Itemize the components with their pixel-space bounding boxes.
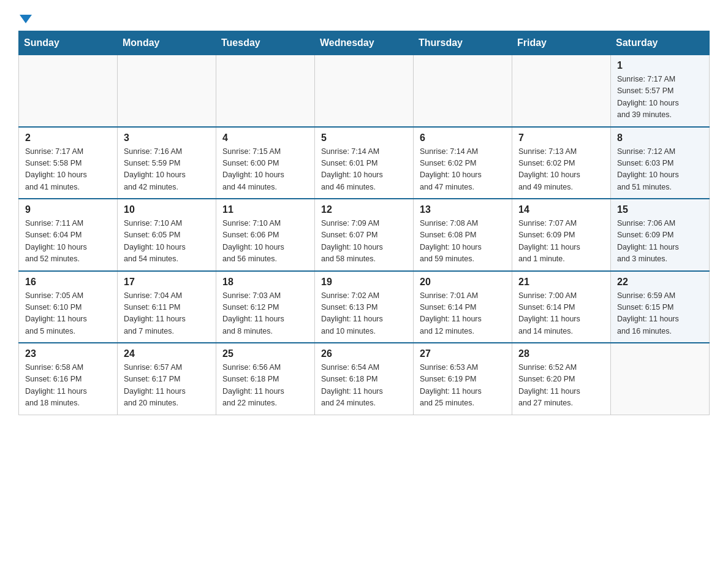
day-number: 3 xyxy=(124,132,210,144)
header xyxy=(18,12,710,23)
day-number: 20 xyxy=(420,277,506,288)
calendar-cell: 19Sunrise: 7:02 AM Sunset: 6:13 PM Dayli… xyxy=(315,271,414,343)
calendar-cell: 13Sunrise: 7:08 AM Sunset: 6:08 PM Dayli… xyxy=(414,199,512,271)
day-info: Sunrise: 6:53 AM Sunset: 6:19 PM Dayligh… xyxy=(420,362,506,410)
weekday-header-tuesday: Tuesday xyxy=(216,31,315,55)
day-number: 24 xyxy=(124,348,210,359)
day-info: Sunrise: 6:58 AM Sunset: 6:16 PM Dayligh… xyxy=(25,362,111,410)
calendar-cell xyxy=(512,55,611,127)
calendar-cell: 26Sunrise: 6:54 AM Sunset: 6:18 PM Dayli… xyxy=(315,343,414,415)
day-number: 7 xyxy=(518,132,604,144)
calendar-cell: 6Sunrise: 7:14 AM Sunset: 6:02 PM Daylig… xyxy=(414,127,512,199)
calendar-cell xyxy=(216,55,315,127)
calendar-cell: 24Sunrise: 6:57 AM Sunset: 6:17 PM Dayli… xyxy=(118,343,216,415)
day-number: 8 xyxy=(617,132,703,144)
day-info: Sunrise: 7:17 AM Sunset: 5:57 PM Dayligh… xyxy=(617,74,703,121)
calendar-cell xyxy=(118,55,216,127)
day-info: Sunrise: 7:08 AM Sunset: 6:08 PM Dayligh… xyxy=(420,218,506,266)
day-number: 4 xyxy=(222,132,308,144)
weekday-header-friday: Friday xyxy=(512,31,611,55)
day-number: 23 xyxy=(25,348,111,359)
day-info: Sunrise: 7:13 AM Sunset: 6:02 PM Dayligh… xyxy=(518,146,604,194)
day-number: 11 xyxy=(222,204,308,215)
day-info: Sunrise: 7:16 AM Sunset: 5:59 PM Dayligh… xyxy=(124,146,210,194)
day-number: 10 xyxy=(124,204,210,215)
calendar-cell: 25Sunrise: 6:56 AM Sunset: 6:18 PM Dayli… xyxy=(216,343,315,415)
calendar-cell: 23Sunrise: 6:58 AM Sunset: 6:16 PM Dayli… xyxy=(19,343,118,415)
calendar-header-row: SundayMondayTuesdayWednesdayThursdayFrid… xyxy=(19,31,710,55)
day-info: Sunrise: 7:01 AM Sunset: 6:14 PM Dayligh… xyxy=(420,290,506,338)
calendar-cell: 5Sunrise: 7:14 AM Sunset: 6:01 PM Daylig… xyxy=(315,127,414,199)
day-number: 25 xyxy=(222,348,308,359)
logo xyxy=(18,12,32,23)
day-info: Sunrise: 7:10 AM Sunset: 6:06 PM Dayligh… xyxy=(222,218,308,266)
calendar-cell: 17Sunrise: 7:04 AM Sunset: 6:11 PM Dayli… xyxy=(118,271,216,343)
calendar-week-2: 2Sunrise: 7:17 AM Sunset: 5:58 PM Daylig… xyxy=(19,127,710,199)
day-number: 2 xyxy=(25,132,111,144)
day-number: 1 xyxy=(617,60,703,71)
day-info: Sunrise: 7:17 AM Sunset: 5:58 PM Dayligh… xyxy=(25,146,111,194)
day-info: Sunrise: 7:14 AM Sunset: 6:01 PM Dayligh… xyxy=(321,146,407,194)
day-number: 13 xyxy=(420,204,506,215)
day-number: 12 xyxy=(321,204,407,215)
calendar-cell: 28Sunrise: 6:52 AM Sunset: 6:20 PM Dayli… xyxy=(512,343,611,415)
day-number: 26 xyxy=(321,348,407,359)
calendar-cell: 20Sunrise: 7:01 AM Sunset: 6:14 PM Dayli… xyxy=(414,271,512,343)
day-number: 9 xyxy=(25,204,111,215)
calendar-cell: 12Sunrise: 7:09 AM Sunset: 6:07 PM Dayli… xyxy=(315,199,414,271)
calendar-cell: 2Sunrise: 7:17 AM Sunset: 5:58 PM Daylig… xyxy=(19,127,118,199)
weekday-header-thursday: Thursday xyxy=(414,31,512,55)
day-number: 22 xyxy=(617,277,703,288)
day-info: Sunrise: 6:57 AM Sunset: 6:17 PM Dayligh… xyxy=(124,362,210,410)
calendar-cell: 11Sunrise: 7:10 AM Sunset: 6:06 PM Dayli… xyxy=(216,199,315,271)
calendar-cell: 1Sunrise: 7:17 AM Sunset: 5:57 PM Daylig… xyxy=(611,55,710,127)
calendar-table: SundayMondayTuesdayWednesdayThursdayFrid… xyxy=(18,31,710,415)
day-info: Sunrise: 7:03 AM Sunset: 6:12 PM Dayligh… xyxy=(222,290,308,338)
day-number: 28 xyxy=(518,348,604,359)
day-number: 16 xyxy=(25,277,111,288)
calendar-cell xyxy=(414,55,512,127)
weekday-header-wednesday: Wednesday xyxy=(315,31,414,55)
calendar-cell: 4Sunrise: 7:15 AM Sunset: 6:00 PM Daylig… xyxy=(216,127,315,199)
day-info: Sunrise: 7:15 AM Sunset: 6:00 PM Dayligh… xyxy=(222,146,308,194)
day-info: Sunrise: 7:09 AM Sunset: 6:07 PM Dayligh… xyxy=(321,218,407,266)
day-number: 27 xyxy=(420,348,506,359)
calendar-cell: 15Sunrise: 7:06 AM Sunset: 6:09 PM Dayli… xyxy=(611,199,710,271)
calendar-cell: 7Sunrise: 7:13 AM Sunset: 6:02 PM Daylig… xyxy=(512,127,611,199)
day-info: Sunrise: 7:00 AM Sunset: 6:14 PM Dayligh… xyxy=(518,290,604,338)
day-number: 19 xyxy=(321,277,407,288)
calendar-cell: 18Sunrise: 7:03 AM Sunset: 6:12 PM Dayli… xyxy=(216,271,315,343)
day-info: Sunrise: 7:11 AM Sunset: 6:04 PM Dayligh… xyxy=(25,218,111,266)
day-number: 5 xyxy=(321,132,407,144)
weekday-header-sunday: Sunday xyxy=(19,31,118,55)
calendar-cell: 3Sunrise: 7:16 AM Sunset: 5:59 PM Daylig… xyxy=(118,127,216,199)
calendar-cell: 10Sunrise: 7:10 AM Sunset: 6:05 PM Dayli… xyxy=(118,199,216,271)
day-number: 17 xyxy=(124,277,210,288)
weekday-header-monday: Monday xyxy=(118,31,216,55)
calendar-cell: 8Sunrise: 7:12 AM Sunset: 6:03 PM Daylig… xyxy=(611,127,710,199)
day-info: Sunrise: 7:14 AM Sunset: 6:02 PM Dayligh… xyxy=(420,146,506,194)
calendar-cell xyxy=(611,343,710,415)
day-info: Sunrise: 6:52 AM Sunset: 6:20 PM Dayligh… xyxy=(518,362,604,410)
calendar-cell: 27Sunrise: 6:53 AM Sunset: 6:19 PM Dayli… xyxy=(414,343,512,415)
calendar-cell: 16Sunrise: 7:05 AM Sunset: 6:10 PM Dayli… xyxy=(19,271,118,343)
day-number: 21 xyxy=(518,277,604,288)
day-number: 15 xyxy=(617,204,703,215)
day-info: Sunrise: 7:02 AM Sunset: 6:13 PM Dayligh… xyxy=(321,290,407,338)
day-info: Sunrise: 7:04 AM Sunset: 6:11 PM Dayligh… xyxy=(124,290,210,338)
day-info: Sunrise: 6:54 AM Sunset: 6:18 PM Dayligh… xyxy=(321,362,407,410)
calendar-cell: 9Sunrise: 7:11 AM Sunset: 6:04 PM Daylig… xyxy=(19,199,118,271)
calendar-cell: 21Sunrise: 7:00 AM Sunset: 6:14 PM Dayli… xyxy=(512,271,611,343)
calendar-week-3: 9Sunrise: 7:11 AM Sunset: 6:04 PM Daylig… xyxy=(19,199,710,271)
day-info: Sunrise: 7:07 AM Sunset: 6:09 PM Dayligh… xyxy=(518,218,604,266)
calendar-week-4: 16Sunrise: 7:05 AM Sunset: 6:10 PM Dayli… xyxy=(19,271,710,343)
weekday-header-saturday: Saturday xyxy=(611,31,710,55)
calendar-cell xyxy=(315,55,414,127)
day-info: Sunrise: 7:12 AM Sunset: 6:03 PM Dayligh… xyxy=(617,146,703,194)
day-info: Sunrise: 7:05 AM Sunset: 6:10 PM Dayligh… xyxy=(25,290,111,338)
day-number: 6 xyxy=(420,132,506,144)
calendar-week-1: 1Sunrise: 7:17 AM Sunset: 5:57 PM Daylig… xyxy=(19,55,710,127)
logo-triangle-icon xyxy=(20,15,32,23)
day-number: 18 xyxy=(222,277,308,288)
calendar-cell: 22Sunrise: 6:59 AM Sunset: 6:15 PM Dayli… xyxy=(611,271,710,343)
